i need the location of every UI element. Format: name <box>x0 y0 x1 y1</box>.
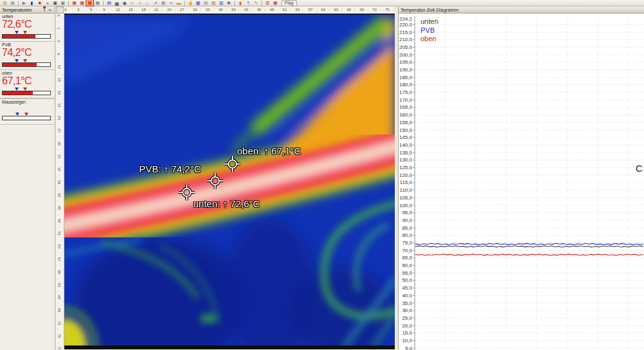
toolbar-separator <box>68 1 69 6</box>
ruler-tick-dot: · <box>56 239 60 241</box>
toolbar-palette-select-button[interactable]: ▦ <box>86 0 93 6</box>
toolbar-palette-table-alt-button[interactable]: ▦ <box>79 0 86 6</box>
measure-point-oben[interactable] <box>223 155 242 173</box>
svg-text:15,0: 15,0 <box>402 330 412 336</box>
toolbar-snapshot-button[interactable]: ▣ <box>59 0 66 6</box>
toolbar-data-table-button[interactable]: ▦ <box>160 0 167 6</box>
toolbar-hand-tool-button[interactable]: ☝ <box>187 0 194 6</box>
sensor-bar <box>2 87 53 95</box>
ruler-tick-dot: · <box>200 8 201 12</box>
svg-text:50,0: 50,0 <box>402 277 412 283</box>
thermal-image[interactable]: oben: ↑ 67,1°C PVB: ↑ 74,2°C unten: ↑ 72… <box>64 14 395 349</box>
alarm-marker-low-icon[interactable] <box>15 88 19 91</box>
toolbar-marker-orange-button[interactable]: ▮ <box>237 0 244 6</box>
ruler-tick-dot: · <box>71 8 73 12</box>
flag-button[interactable]: Flag <box>281 0 297 6</box>
ruler-tick-label: 39 <box>57 180 61 185</box>
toolbar-palette-table-button[interactable]: ▦ <box>71 0 78 6</box>
ruler-tick-label: 69 <box>359 8 364 12</box>
toolbar-bars-warm-button[interactable]: ▥ <box>210 0 217 6</box>
ruler-tick-label: 9 <box>103 8 105 12</box>
sensor-list: unten72,6°CPVB74,2°Coben67,1°C <box>0 14 55 98</box>
temperature-scale-bar <box>2 91 51 95</box>
alarm-marker-high-icon[interactable] <box>24 113 28 116</box>
ruler-tick-label: 12 <box>57 64 61 69</box>
svg-text:130,0: 130,0 <box>399 157 413 163</box>
toolbar-alarm-bars-button[interactable]: ☰ <box>264 0 271 6</box>
toolbar-chart-gray-button[interactable]: ▤ <box>202 0 209 6</box>
alarm-marker-low-icon[interactable] <box>15 113 19 116</box>
ruler-tick-dot: · <box>56 291 60 292</box>
toolbar-chart-display-button[interactable]: ▤ <box>106 0 113 6</box>
toolbar-camera-button[interactable]: ▣ <box>52 0 59 6</box>
ruler-tick-dot: · <box>56 214 60 215</box>
legend-entry-oben[interactable]: oben <box>421 35 436 42</box>
toolbar-pause-button[interactable]: ▮ <box>28 0 35 6</box>
close-icon[interactable]: × <box>47 7 53 13</box>
toolbar-line-diagram-button[interactable]: ↗ <box>152 0 159 6</box>
temperature-scale-bar <box>2 34 51 39</box>
ruler-tick-dot: · <box>251 8 252 12</box>
toolbar-layout-grid-button[interactable]: ▦ <box>94 0 101 6</box>
toolbar-record-button[interactable]: ● <box>44 0 51 6</box>
ruler-tick-label: 21 <box>57 103 61 107</box>
ruler-tick-label: 6 <box>57 40 61 42</box>
ruler-tick-dot: · <box>187 8 188 12</box>
alarm-marker-low-icon[interactable] <box>15 31 19 34</box>
ruler-tick-label: 48 <box>57 219 61 223</box>
toolbar-save-button[interactable]: ▦ <box>9 0 16 6</box>
toolbar-histogram-button[interactable]: ▅ <box>113 0 120 6</box>
svg-text:135,0: 135,0 <box>399 150 413 156</box>
toolbar-stop-button[interactable]: ■ <box>36 0 43 6</box>
sensor-label: unten <box>2 14 53 19</box>
alarm-marker-high-icon[interactable] <box>23 88 27 91</box>
toolbar-temp-curve-button[interactable]: ∿ <box>129 0 136 6</box>
toolbar-text-label-button[interactable]: T <box>245 0 252 6</box>
toolbar-scale-bar-button[interactable]: ▬ <box>175 0 182 6</box>
temperature-scale-bar <box>2 62 51 67</box>
ruler-tick-dot: · <box>56 149 60 151</box>
toolbar-mixed-view-button[interactable]: ▦ <box>272 0 279 6</box>
toolbar-settings-tools-button[interactable]: ✚ <box>225 0 232 6</box>
toolbar-measure-angle-button[interactable]: ∟ <box>144 0 151 6</box>
svg-text:80,0: 80,0 <box>402 232 412 238</box>
toolbar-edit-pen-button[interactable]: ✎ <box>252 0 260 6</box>
svg-text:120,0: 120,0 <box>399 172 413 178</box>
svg-text:185,0: 185,0 <box>399 75 413 80</box>
alarm-marker-low-icon[interactable] <box>15 59 19 62</box>
toolbar-isotherm-button[interactable]: ┅ <box>167 0 175 6</box>
ruler-tick-dot: · <box>354 8 355 12</box>
sensor-label: oben <box>2 71 53 75</box>
svg-text:60,0: 60,0 <box>402 262 412 268</box>
ruler-tick-label: 24 <box>57 116 61 120</box>
ruler-tick-dot: · <box>56 162 60 163</box>
ruler-tick-dot: · <box>392 8 393 12</box>
alarm-marker-high-icon[interactable] <box>23 59 27 62</box>
pin-icon[interactable] <box>41 6 47 13</box>
ruler-tick-dot: · <box>213 8 214 12</box>
toolbar-bars-cool-button[interactable]: ▥ <box>218 0 225 6</box>
ruler-tick-label: 54 <box>57 244 61 248</box>
ruler-tick-label: 69 <box>57 308 61 313</box>
ruler-tick-label: 0 <box>64 8 66 12</box>
legend-entry-unten[interactable]: unten <box>421 17 439 25</box>
toolbar-rotate-button[interactable]: ◉ <box>121 0 128 6</box>
ruler-tick-dot: · <box>303 8 304 12</box>
svg-text:175,0: 175,0 <box>399 89 413 95</box>
toolbar-profile-line-button[interactable]: ∩ <box>137 0 144 6</box>
temperature-time-chart: 220,0215,0210,0205,0200,0195,0190,0185,0… <box>399 14 644 350</box>
ruler-tick-dot: · <box>56 111 60 113</box>
ruler-tick-label: 45 <box>257 8 261 12</box>
chart-panel: Temperatur-Zeit-Diagramm 220,0215,0210,0… <box>398 6 644 350</box>
ruler-tick-label: 15 <box>129 8 133 12</box>
toolbar-palette-colors-button[interactable]: ▩ <box>194 0 202 6</box>
sensor-bar <box>2 30 53 39</box>
sensor-value: 72,6°C <box>2 19 53 30</box>
alarm-marker-high-icon[interactable] <box>23 31 27 34</box>
toolbar-open-folder-button[interactable]: ▨ <box>1 0 8 6</box>
ruler-tick-label: 36 <box>57 167 61 172</box>
legend-entry-PVB[interactable]: PVB <box>421 26 435 34</box>
toolbar-play-button[interactable]: ▶ <box>21 0 28 6</box>
ruler-tick-dot: · <box>162 8 163 12</box>
measure-point-pvb[interactable] <box>206 172 224 190</box>
